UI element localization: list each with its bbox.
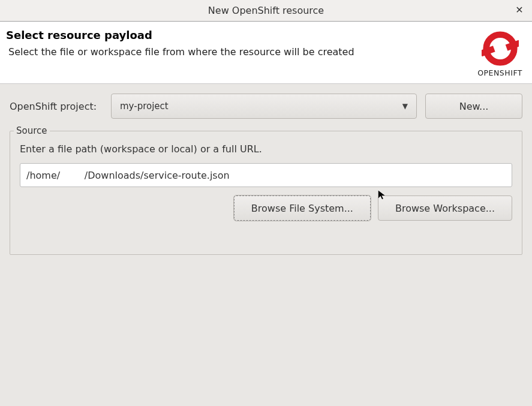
- project-combo[interactable]: my-project ▼: [111, 94, 417, 119]
- browse-row: Browse File System... Browse Workspace..…: [20, 196, 512, 221]
- openshift-logo: OPENSHIFT: [477, 30, 522, 77]
- body-spacer: [10, 255, 522, 405]
- banner-heading: Select resource payload: [6, 29, 471, 41]
- banner-subtext: Select the file or workspace file from w…: [8, 46, 471, 58]
- source-hint: Enter a file path (workspace or local) o…: [20, 143, 512, 155]
- source-path-input[interactable]: [20, 163, 512, 187]
- close-icon[interactable]: ✕: [513, 4, 526, 17]
- project-row: OpenShift project: my-project ▼ New...: [10, 94, 522, 119]
- project-label: OpenShift project:: [10, 101, 103, 112]
- banner-text-block: Select resource payload Select the file …: [6, 29, 471, 58]
- chevron-down-icon: ▼: [402, 102, 408, 110]
- title-bar: New OpenShift resource ✕: [0, 0, 532, 22]
- wizard-banner: Select resource payload Select the file …: [0, 22, 532, 84]
- openshift-logo-text: OPENSHIFT: [477, 68, 522, 77]
- window-title: New OpenShift resource: [0, 5, 532, 16]
- source-legend: Source: [14, 125, 50, 136]
- new-project-button[interactable]: New...: [425, 94, 522, 119]
- project-combo-value: my-project: [120, 101, 169, 112]
- browse-filesystem-button[interactable]: Browse File System...: [234, 196, 371, 221]
- browse-workspace-button[interactable]: Browse Workspace...: [378, 196, 512, 221]
- openshift-logo-icon: [482, 30, 519, 67]
- wizard-body: OpenShift project: my-project ▼ New... S…: [0, 84, 532, 406]
- source-groupbox: Source Enter a file path (workspace or l…: [10, 131, 522, 255]
